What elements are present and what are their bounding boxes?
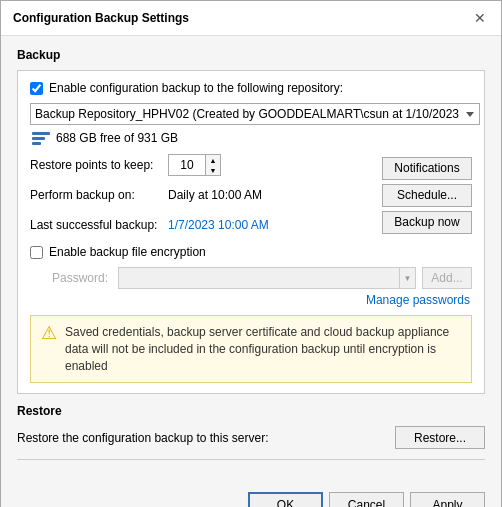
password-input[interactable]: [118, 267, 400, 289]
spinbox-down[interactable]: ▼: [206, 165, 220, 175]
manage-passwords-link[interactable]: Manage passwords: [366, 293, 470, 307]
last-backup-value: 1/7/2023 10:00 AM: [168, 218, 269, 232]
form-left: Restore points to keep: ▲ ▼ Perform back…: [30, 153, 374, 237]
apply-button[interactable]: Apply: [410, 492, 485, 507]
restore-points-row: Restore points to keep: ▲ ▼: [30, 153, 374, 177]
restore-text: Restore the configuration backup to this…: [17, 431, 268, 445]
backup-group: Enable configuration backup to the follo…: [17, 70, 485, 394]
perform-backup-value: Daily at 10:00 AM: [168, 188, 262, 202]
repo-select[interactable]: Backup Repository_HPHV02 (Created by GOO…: [30, 103, 480, 125]
password-row: Password: ▼ Add...: [52, 267, 472, 289]
footer-buttons: OK Cancel Apply: [1, 482, 501, 507]
restore-row: Restore the configuration backup to this…: [17, 426, 485, 449]
add-button[interactable]: Add...: [422, 267, 472, 289]
last-backup-link[interactable]: 1/7/2023 10:00 AM: [168, 218, 269, 232]
storage-row: 688 GB free of 931 GB: [32, 131, 472, 145]
encryption-section: Enable backup file encryption Password: …: [30, 245, 472, 307]
restore-points-label: Restore points to keep:: [30, 158, 160, 172]
form-grid: Restore points to keep: ▲ ▼ Perform back…: [30, 153, 472, 237]
ok-button[interactable]: OK: [248, 492, 323, 507]
schedule-button[interactable]: Schedule...: [382, 184, 472, 207]
dialog-title: Configuration Backup Settings: [13, 11, 189, 25]
dialog-content: Backup Enable configuration backup to th…: [1, 36, 501, 482]
spinbox-up[interactable]: ▲: [206, 155, 220, 165]
storage-text: 688 GB free of 931 GB: [56, 131, 178, 145]
encryption-checkbox-row: Enable backup file encryption: [30, 245, 472, 259]
form-right: Notifications Schedule... Backup now: [382, 157, 472, 234]
perform-backup-row: Perform backup on: Daily at 10:00 AM: [30, 183, 374, 207]
warning-box: ⚠ Saved credentials, backup server certi…: [30, 315, 472, 383]
close-button[interactable]: ✕: [471, 9, 489, 27]
password-label: Password:: [52, 271, 112, 285]
encryption-checkbox-label: Enable backup file encryption: [49, 245, 206, 259]
notifications-button[interactable]: Notifications: [382, 157, 472, 180]
enable-backup-label: Enable configuration backup to the follo…: [49, 81, 343, 95]
title-bar: Configuration Backup Settings ✕: [1, 1, 501, 36]
last-backup-label: Last successful backup:: [30, 218, 160, 232]
manage-passwords-row: Manage passwords: [30, 293, 472, 307]
restore-button[interactable]: Restore...: [395, 426, 485, 449]
backup-section-label: Backup: [17, 48, 485, 62]
warning-icon: ⚠: [41, 324, 57, 342]
storage-icon: [32, 132, 50, 145]
password-dropdown-arrow[interactable]: ▼: [400, 267, 416, 289]
warning-text: Saved credentials, backup server certifi…: [65, 324, 461, 374]
last-backup-row: Last successful backup: 1/7/2023 10:00 A…: [30, 213, 374, 237]
restore-section: Restore Restore the configuration backup…: [17, 404, 485, 449]
repo-row: Backup Repository_HPHV02 (Created by GOO…: [30, 103, 472, 125]
perform-backup-label: Perform backup on:: [30, 188, 160, 202]
restore-section-label: Restore: [17, 404, 485, 418]
backup-now-button[interactable]: Backup now: [382, 211, 472, 234]
restore-points-spinbox[interactable]: ▲ ▼: [168, 154, 221, 176]
restore-points-input[interactable]: [169, 155, 205, 175]
enable-encryption-checkbox[interactable]: [30, 246, 43, 259]
footer-divider: [17, 459, 485, 460]
enable-backup-checkbox[interactable]: [30, 82, 43, 95]
password-input-wrap: ▼: [118, 267, 416, 289]
dialog: Configuration Backup Settings ✕ Backup E…: [0, 0, 502, 507]
enable-backup-row: Enable configuration backup to the follo…: [30, 81, 472, 95]
spinbox-btns: ▲ ▼: [205, 155, 220, 175]
cancel-button[interactable]: Cancel: [329, 492, 404, 507]
